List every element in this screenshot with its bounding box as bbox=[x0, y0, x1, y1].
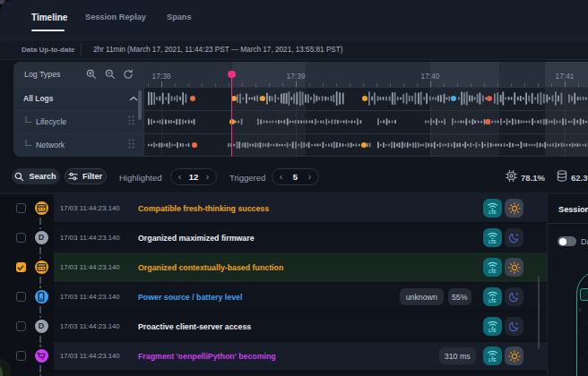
svg-text:LTE: LTE bbox=[489, 329, 496, 333]
svg-text:LTE: LTE bbox=[489, 299, 496, 303]
svg-text:LTE: LTE bbox=[489, 269, 496, 274]
svg-text:LTE: LTE bbox=[489, 240, 496, 244]
svg-text:LTE: LTE bbox=[489, 210, 496, 215]
svg-text:LTE: LTE bbox=[489, 358, 496, 363]
